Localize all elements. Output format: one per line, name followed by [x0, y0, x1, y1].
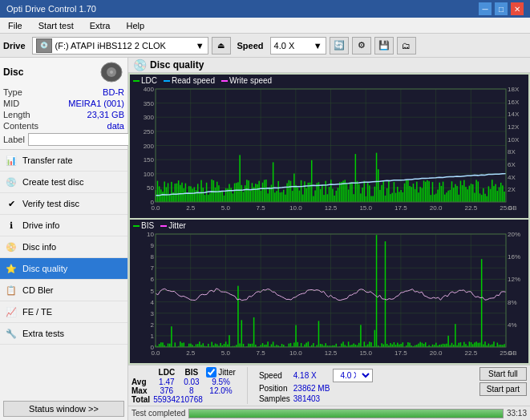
- disc-mid-row: MID MEIRA1 (001): [3, 98, 124, 109]
- jitter-check[interactable]: [206, 367, 216, 378]
- nav-disc-quality[interactable]: ⭐ Disc quality: [0, 258, 127, 280]
- jitter-checkbox[interactable]: Jitter: [206, 367, 236, 378]
- disc-contents-val: data: [107, 121, 124, 131]
- avg-label: Avg: [131, 378, 153, 386]
- transfer-rate-icon: 📊: [5, 154, 18, 167]
- position-key: Position: [259, 383, 293, 394]
- nav-fe-te-label: FE / TE: [22, 307, 52, 317]
- title-bar: Opti Drive Control 1.70 ─ □ ✕: [0, 0, 530, 18]
- menu-extra[interactable]: Extra: [85, 19, 115, 32]
- legend-bis: BIS: [133, 221, 154, 230]
- jitter-label: Jitter: [168, 221, 186, 230]
- menu-bar: File Start test Extra Help: [0, 18, 530, 34]
- main-content: Disc Type BD-R MID MEIRA1 (001) Length: [0, 58, 530, 420]
- maximize-button[interactable]: □: [495, 2, 508, 15]
- action-btn-1[interactable]: 🔄: [330, 37, 349, 55]
- sidebar: Disc Type BD-R MID MEIRA1 (001) Length: [0, 58, 128, 420]
- nav-verify-test-disc-label: Verify test disc: [22, 199, 79, 208]
- nav-disc-quality-label: Disc quality: [22, 264, 67, 273]
- nav-cd-bler-label: CD Bler: [22, 285, 54, 295]
- chart-header: 💿 Disc quality: [128, 58, 530, 73]
- start-full-button[interactable]: Start full: [479, 367, 527, 381]
- drive-bar: Drive 💿 (F:) ATAPI iHBS112 2 CLOK ▼ ⏏ Sp…: [0, 34, 530, 58]
- menu-file[interactable]: File: [3, 19, 27, 32]
- speed-val: 4.18 X: [293, 367, 330, 383]
- nav-cd-bler[interactable]: 📋 CD Bler: [0, 280, 127, 301]
- total-bis: 10768: [180, 395, 204, 404]
- nav-items: 📊 Transfer rate 💿 Create test disc ✔ Ver…: [0, 150, 127, 398]
- nav-fe-te[interactable]: 📈 FE / TE: [0, 301, 127, 323]
- start-part-button[interactable]: Start part: [479, 382, 527, 396]
- disc-contents-row: Contents data: [3, 120, 124, 131]
- write-speed-dot: [221, 80, 228, 82]
- label-input[interactable]: [28, 133, 135, 146]
- speed-label: Speed: [237, 41, 264, 50]
- avg-ldc: 1.47: [153, 378, 180, 386]
- nav-drive-info-label: Drive info: [22, 220, 59, 230]
- top-chart-canvas: [130, 75, 528, 216]
- read-speed-dot: [164, 80, 170, 82]
- top-chart: LDC Read speed Write speed: [130, 75, 528, 218]
- jitter-dot: [160, 225, 167, 227]
- samples-val: 381403: [293, 394, 330, 404]
- max-label: Max: [131, 386, 153, 395]
- menu-start-test[interactable]: Start test: [34, 19, 79, 32]
- verify-test-disc-icon: ✔: [5, 197, 18, 210]
- disc-type-row: Type BD-R: [3, 87, 124, 98]
- nav-create-test-disc[interactable]: 💿 Create test disc: [0, 172, 127, 193]
- speed-value: 4.0 X: [274, 41, 295, 50]
- progress-time: 33:13: [507, 409, 527, 418]
- legend-write-speed: Write speed: [221, 76, 272, 85]
- action-btn-3[interactable]: 💾: [374, 37, 394, 55]
- nav-transfer-rate[interactable]: 📊 Transfer rate: [0, 150, 127, 172]
- start-buttons: Start full Start part: [479, 367, 527, 404]
- nav-disc-info[interactable]: 📀 Disc info: [0, 236, 127, 258]
- status-window-button[interactable]: Status window >>: [3, 401, 124, 417]
- progress-area: Test completed 33:13: [128, 406, 530, 420]
- chart-header-icon: 💿: [133, 59, 147, 71]
- disc-panel-label: Disc: [3, 67, 23, 78]
- nav-disc-info-label: Disc info: [22, 242, 56, 252]
- nav-transfer-rate-label: Transfer rate: [22, 155, 73, 165]
- create-test-disc-icon: 💿: [5, 176, 18, 188]
- drive-icon: 💿: [36, 38, 52, 53]
- bis-dot: [133, 225, 140, 227]
- action-btn-2[interactable]: ⚙: [352, 37, 371, 55]
- speed-dropdown[interactable]: 4.0 X: [333, 369, 373, 382]
- speed-selector[interactable]: 4.0 X ▼: [270, 37, 326, 55]
- window-controls: ─ □ ✕: [479, 2, 524, 15]
- content-area: 💿 Disc quality LDC Read speed: [128, 58, 530, 420]
- legend-read-speed: Read speed: [164, 76, 215, 85]
- disc-quality-icon: ⭐: [5, 262, 18, 275]
- disc-panel: Disc Type BD-R MID MEIRA1 (001) Length: [0, 58, 127, 150]
- disc-panel-icon: [99, 61, 124, 83]
- svg-point-2: [110, 71, 113, 74]
- nav-drive-info[interactable]: ℹ Drive info: [0, 215, 127, 236]
- minimize-button[interactable]: ─: [479, 2, 492, 15]
- jitter-header: Jitter: [218, 368, 236, 377]
- drive-name: (F:) ATAPI iHBS112 2 CLOK: [55, 41, 166, 50]
- eject-button[interactable]: ⏏: [212, 37, 231, 55]
- write-speed-label: Write speed: [229, 76, 272, 85]
- progress-label: Test completed: [131, 409, 185, 418]
- max-ldc: 376: [153, 386, 180, 395]
- speed-key: Speed: [259, 367, 293, 383]
- ldc-header: LDC: [153, 367, 180, 378]
- action-btn-save[interactable]: 🗂: [397, 37, 416, 55]
- menu-help[interactable]: Help: [121, 19, 149, 32]
- total-label: Total: [131, 395, 153, 404]
- legend-jitter: Jitter: [160, 221, 186, 230]
- legend-ldc: LDC: [133, 76, 157, 85]
- drive-info-icon: ℹ: [5, 219, 18, 232]
- disc-length-val: 23,31 GB: [87, 110, 124, 119]
- drive-selector[interactable]: 💿 (F:) ATAPI iHBS112 2 CLOK ▼: [32, 37, 208, 55]
- nav-extra-tests[interactable]: 🔧 Extra tests: [0, 323, 127, 345]
- disc-label-row: Label ✎: [3, 133, 124, 146]
- close-button[interactable]: ✕: [511, 2, 524, 15]
- nav-verify-test-disc[interactable]: ✔ Verify test disc: [0, 193, 127, 215]
- bottom-chart: BIS Jitter: [130, 220, 528, 363]
- disc-info-icon: 📀: [5, 240, 18, 253]
- chart-title: Disc quality: [150, 59, 204, 71]
- cd-bler-icon: 📋: [5, 284, 18, 297]
- charts-area: LDC Read speed Write speed: [128, 73, 530, 365]
